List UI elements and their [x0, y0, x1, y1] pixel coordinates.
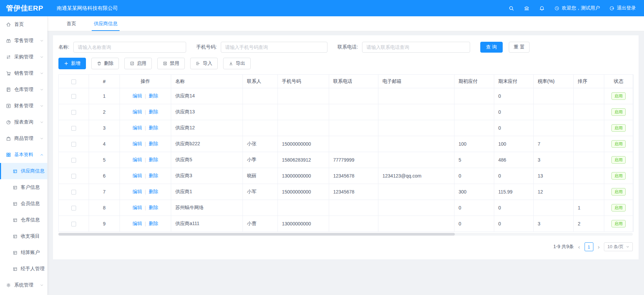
sidebar-item-basic-data[interactable]: 基本资料	[0, 147, 47, 163]
import-button[interactable]: 导入	[190, 58, 218, 69]
delete-button[interactable]: 删除	[91, 58, 119, 69]
select-all-checkbox[interactable]	[71, 79, 76, 84]
cell-closing: 0	[494, 168, 534, 184]
table-row: 4编辑|删除供应商b222小张150000000001001007启用	[59, 136, 633, 152]
row-checkbox[interactable]	[71, 126, 76, 131]
sidebar-item-reports[interactable]: 报表查询	[0, 114, 47, 130]
row-checkbox[interactable]	[71, 174, 76, 179]
sidebar-item-warehouse-info[interactable]: 仓库信息	[0, 212, 47, 228]
delete-link[interactable]: 删除	[149, 93, 158, 99]
chevron-down-icon	[626, 245, 629, 248]
delete-link[interactable]: 删除	[149, 109, 158, 115]
sidebar-item-purchase[interactable]: 采购管理	[0, 49, 47, 65]
row-index: 8	[89, 200, 120, 216]
sales-icon	[6, 71, 11, 76]
edit-link[interactable]: 编辑	[132, 189, 142, 195]
chevron-down-icon	[40, 39, 44, 43]
row-index: 5	[89, 152, 120, 168]
edit-link[interactable]: 编辑	[132, 173, 142, 179]
tel-search-input[interactable]	[362, 42, 470, 53]
edit-link[interactable]: 编辑	[132, 141, 142, 147]
edit-link[interactable]: 编辑	[132, 93, 142, 99]
row-checkbox[interactable]	[71, 110, 76, 115]
row-checkbox[interactable]	[71, 158, 76, 163]
edit-link[interactable]: 编辑	[132, 205, 142, 211]
next-page-button[interactable]: ›	[597, 244, 601, 250]
edit-link[interactable]: 编辑	[132, 109, 142, 115]
delete-link[interactable]: 删除	[149, 173, 158, 179]
chevron-down-icon	[40, 104, 44, 108]
enable-button[interactable]: 启用	[124, 58, 152, 69]
doc-icon	[13, 266, 18, 272]
page-1-button[interactable]: 1	[585, 242, 593, 251]
horizontal-scrollbar[interactable]	[58, 233, 633, 236]
search-icon[interactable]	[508, 5, 514, 11]
table-row: 2编辑|删除供应商130启用	[59, 104, 633, 120]
delete-link[interactable]: 删除	[149, 189, 158, 195]
tab-supplier-info[interactable]: 供应商信息	[94, 16, 118, 31]
export-button[interactable]: 导出	[223, 58, 251, 69]
page-size-select[interactable]: 10 条/页	[604, 242, 633, 251]
link-divider: |	[145, 173, 146, 179]
sidebar-item-system[interactable]: 系统管理	[0, 277, 47, 293]
toolbar-button-label: 禁用	[170, 60, 179, 67]
sidebar-item-goods[interactable]: 商品管理	[0, 130, 47, 147]
cell-sort	[574, 88, 604, 104]
bank-icon[interactable]	[524, 5, 530, 11]
cell-tax	[534, 200, 574, 216]
sidebar-item-income-expense[interactable]: 收支项目	[0, 228, 47, 244]
sidebar-item-retail[interactable]: 零售管理	[0, 33, 47, 49]
scrollbar-thumb[interactable]	[58, 233, 455, 236]
prev-page-button[interactable]: ‹	[577, 244, 581, 250]
add-button[interactable]: 新增	[58, 58, 86, 69]
total-count: 1-9 共9条	[553, 244, 574, 250]
cell-tel	[329, 104, 378, 120]
bell-icon[interactable]	[539, 5, 545, 11]
cell-mobile: 15806283912	[278, 152, 329, 168]
app-logo[interactable]: 管伊佳ERP	[0, 3, 49, 13]
row-checkbox[interactable]	[71, 94, 76, 99]
phone-search-input[interactable]	[221, 42, 327, 53]
delete-link[interactable]: 删除	[149, 157, 158, 163]
column-header: #	[89, 75, 120, 88]
status-badge: 启用	[611, 204, 626, 211]
check-square-icon	[130, 61, 135, 66]
delete-link[interactable]: 删除	[149, 141, 158, 147]
vertical-scrollbar[interactable]	[633, 74, 633, 232]
cell-contact: 小军	[243, 184, 278, 200]
disable-button[interactable]: 禁用	[157, 58, 185, 69]
chevron-down-icon	[40, 88, 44, 92]
query-button[interactable]: 查 询	[480, 42, 503, 53]
tab-home[interactable]: 首页	[67, 16, 76, 31]
welcome-text: 欢迎您，测试用户	[562, 5, 600, 11]
reset-button[interactable]: 重 置	[509, 42, 530, 53]
delete-link[interactable]: 删除	[149, 205, 158, 211]
sidebar-item-finance[interactable]: 财务管理	[0, 98, 47, 114]
sidebar-item-handler-mgmt[interactable]: 经手人管理	[0, 261, 47, 277]
cell-name: 供应商5	[171, 152, 243, 168]
row-checkbox[interactable]	[71, 222, 76, 226]
row-checkbox[interactable]	[71, 206, 76, 210]
sidebar-item-customer-info[interactable]: 客户信息	[0, 179, 47, 196]
cell-mobile: 13000000000	[278, 168, 329, 184]
sidebar-item-settlement-account[interactable]: 结算账户	[0, 244, 47, 261]
welcome-user[interactable]: 欢迎您，测试用户	[554, 5, 600, 11]
cell-contact: 小季	[243, 152, 278, 168]
cell-contact	[243, 120, 278, 136]
name-search-input[interactable]	[73, 42, 186, 53]
row-checkbox[interactable]	[71, 190, 76, 195]
sidebar: 首页零售管理采购管理销售管理仓库管理财务管理报表查询商品管理基本资料供应商信息客…	[0, 16, 48, 295]
sidebar-item-member-info[interactable]: 会员信息	[0, 196, 47, 212]
link-divider: |	[145, 189, 146, 195]
edit-link[interactable]: 编辑	[132, 157, 142, 163]
logout-button[interactable]: 退出登录	[609, 5, 636, 11]
sidebar-item-home[interactable]: 首页	[0, 16, 47, 33]
sidebar-item-sales[interactable]: 销售管理	[0, 65, 47, 81]
sidebar-item-warehouse[interactable]: 仓库管理	[0, 81, 47, 98]
delete-link[interactable]: 删除	[149, 125, 158, 131]
delete-link[interactable]: 删除	[149, 221, 158, 227]
sidebar-item-supplier-info[interactable]: 供应商信息	[0, 163, 47, 179]
edit-link[interactable]: 编辑	[132, 125, 142, 131]
edit-link[interactable]: 编辑	[132, 221, 142, 227]
row-checkbox[interactable]	[71, 142, 76, 147]
